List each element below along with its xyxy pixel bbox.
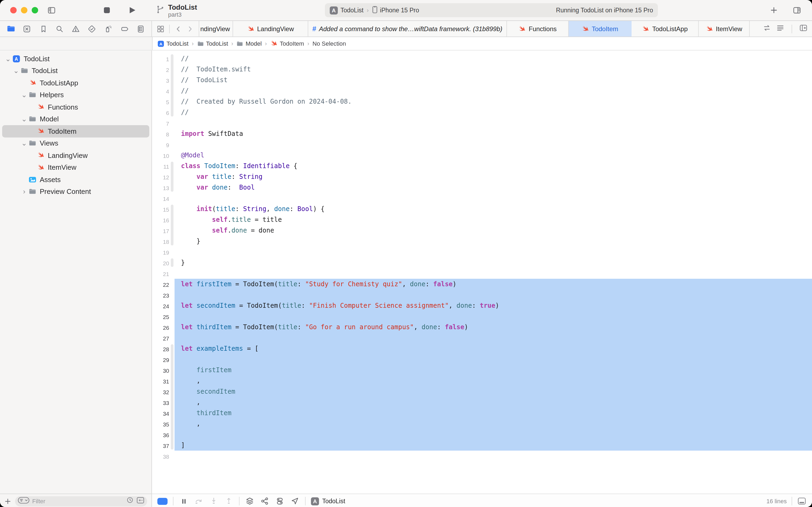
chevron-down-icon[interactable]: ⌄ <box>4 55 12 63</box>
code-line-4[interactable]: 4// <box>152 86 812 96</box>
code-line-14[interactable]: 14 <box>152 193 812 204</box>
tab-todolistapp[interactable]: TodoListApp <box>632 21 699 37</box>
code-line-13[interactable]: 13 var done: Bool <box>152 182 812 193</box>
sidebar-item-helpers[interactable]: ⌄Helpers <box>0 89 152 101</box>
tab-added-a-command-to-show-[interactable]: #Added a command to show the…wiftData fr… <box>308 21 507 37</box>
breadcrumb-item[interactable]: No Selection <box>312 40 346 47</box>
toggle-navigator-sidebar-button[interactable] <box>45 4 58 17</box>
recent-files-icon[interactable] <box>126 496 134 506</box>
breadcrumb-item[interactable]: TodoItem <box>270 40 304 47</box>
code-line-36[interactable]: 36 <box>152 429 812 440</box>
code-line-30[interactable]: 30 firstItem <box>152 365 812 376</box>
tab-todoitem[interactable]: TodoItem <box>569 21 632 37</box>
add-button[interactable] <box>767 4 780 17</box>
reports-navigator-icon[interactable] <box>135 23 146 34</box>
source-editor[interactable]: 1//2// TodoItem.swift3// TodoList4//5// … <box>152 51 812 494</box>
view-debugger-icon[interactable] <box>245 496 254 506</box>
code-line-24[interactable]: 24let secondItem = TodoItem(title: "Fini… <box>152 300 812 311</box>
code-line-28[interactable]: 28let exampleItems = [ <box>152 343 812 354</box>
step-out-icon[interactable] <box>224 496 234 506</box>
code-line-2[interactable]: 2// TodoItem.swift <box>152 64 812 75</box>
memory-graph-icon[interactable] <box>260 496 270 506</box>
code-line-6[interactable]: 6// <box>152 107 812 118</box>
sidebar-item-todolistapp[interactable]: TodoListApp <box>0 77 152 89</box>
add-editor-icon[interactable] <box>799 23 808 34</box>
breakpoints-navigator-icon[interactable] <box>119 23 130 34</box>
add-file-button[interactable] <box>4 498 11 505</box>
go-back-button[interactable] <box>173 23 184 34</box>
debug-area-toggle-icon[interactable] <box>797 496 807 506</box>
pause-icon[interactable] <box>179 496 188 506</box>
activity-status-bar[interactable]: A TodoList › iPhone 15 Pro Running TodoL… <box>325 3 658 17</box>
code-line-1[interactable]: 1// <box>152 53 812 64</box>
code-line-38[interactable]: 38 <box>152 451 812 461</box>
chevron-down-icon[interactable]: ⌄ <box>20 115 28 123</box>
code-line-27[interactable]: 27 <box>152 332 812 343</box>
filter-options-icon[interactable] <box>18 496 30 506</box>
code-line-15[interactable]: 15 init(title: String, done: Bool) { <box>152 204 812 214</box>
code-line-5[interactable]: 5// Created by Russell Gordon on 2024-04… <box>152 96 812 107</box>
sidebar-item-model[interactable]: ⌄Model <box>0 113 152 125</box>
sidebar-item-todoitem[interactable]: TodoItem <box>0 125 152 137</box>
source-control-navigator-icon[interactable] <box>22 23 33 34</box>
go-forward-button[interactable] <box>185 23 195 34</box>
chevron-down-icon[interactable]: ⌄ <box>12 67 20 75</box>
chevron-down-icon[interactable]: ⌄ <box>20 139 28 148</box>
filter-field[interactable]: Filter <box>15 496 147 506</box>
code-line-11[interactable]: 11class TodoItem: Identifiable { <box>152 161 812 171</box>
breadcrumb-item[interactable]: ATodoList <box>157 40 188 47</box>
sidebar-item-assets[interactable]: Assets <box>0 173 152 185</box>
sidebar-item-landingview[interactable]: LandingView <box>0 149 152 161</box>
sidebar-item-functions[interactable]: Functions <box>0 101 152 113</box>
breadcrumb-item[interactable]: Model <box>237 40 262 47</box>
chevron-down-icon[interactable]: ⌄ <box>20 91 28 99</box>
code-line-25[interactable]: 25 <box>152 311 812 322</box>
scheme-title[interactable]: TodoList part3 <box>156 2 197 19</box>
code-line-20[interactable]: 20} <box>152 257 812 268</box>
code-line-33[interactable]: 33 , <box>152 397 812 408</box>
jump-bar[interactable]: ATodoList›TodoList›Model›TodoItem›No Sel… <box>153 37 346 50</box>
tab-overview-icon[interactable] <box>155 23 166 34</box>
code-line-37[interactable]: 37] <box>152 440 812 451</box>
code-line-22[interactable]: 22let firstItem = TodoItem(title: "Study… <box>152 279 812 289</box>
running-app-name[interactable]: TodoList <box>322 498 345 504</box>
tab-ndingview[interactable]: ndingView <box>199 21 233 37</box>
code-line-35[interactable]: 35 , <box>152 418 812 429</box>
sidebar-item-todolist[interactable]: ⌄TodoList <box>0 65 152 77</box>
project-navigator-icon[interactable] <box>5 23 16 34</box>
code-line-32[interactable]: 32 secondItem <box>152 386 812 397</box>
sidebar-item-itemview[interactable]: ItemView <box>0 161 152 173</box>
simulate-location-icon[interactable] <box>290 496 300 506</box>
code-line-23[interactable]: 23 <box>152 289 812 300</box>
code-line-12[interactable]: 12 var title: String <box>152 171 812 182</box>
tab-functions[interactable]: Functions <box>507 21 569 37</box>
step-into-icon[interactable] <box>209 496 219 506</box>
editor-options-icon[interactable] <box>776 23 785 34</box>
bookmarks-navigator-icon[interactable] <box>38 23 49 34</box>
minimize-window-button[interactable] <box>21 7 27 13</box>
tab-itemview[interactable]: ItemView <box>699 21 750 37</box>
code-line-7[interactable]: 7 <box>152 118 812 128</box>
sidebar-item-views[interactable]: ⌄Views <box>0 137 152 149</box>
code-review-icon[interactable] <box>763 23 771 34</box>
code-line-9[interactable]: 9 <box>152 139 812 150</box>
close-window-button[interactable] <box>10 7 17 13</box>
code-line-3[interactable]: 3// TodoList <box>152 75 812 86</box>
toggle-inspector-button[interactable] <box>791 4 803 17</box>
chevron-right-icon[interactable]: › <box>20 188 28 196</box>
source-control-filter-icon[interactable] <box>136 496 144 506</box>
code-line-16[interactable]: 16 self.title = title <box>152 214 812 225</box>
code-line-34[interactable]: 34 thirdItem <box>152 408 812 418</box>
breadcrumb-item[interactable]: TodoList <box>197 40 228 47</box>
sidebar-item-preview-content[interactable]: ›Preview Content <box>0 185 152 198</box>
run-button[interactable] <box>126 4 138 17</box>
debug-navigator-icon[interactable] <box>103 23 114 34</box>
breakpoints-toggle[interactable] <box>157 498 168 505</box>
tests-navigator-icon[interactable] <box>87 23 98 34</box>
find-navigator-icon[interactable] <box>54 23 65 34</box>
code-line-17[interactable]: 17 self.done = done <box>152 225 812 236</box>
code-line-19[interactable]: 19 <box>152 246 812 257</box>
code-line-8[interactable]: 8import SwiftData <box>152 128 812 139</box>
environment-overrides-icon[interactable] <box>275 496 285 506</box>
code-line-31[interactable]: 31 , <box>152 376 812 386</box>
